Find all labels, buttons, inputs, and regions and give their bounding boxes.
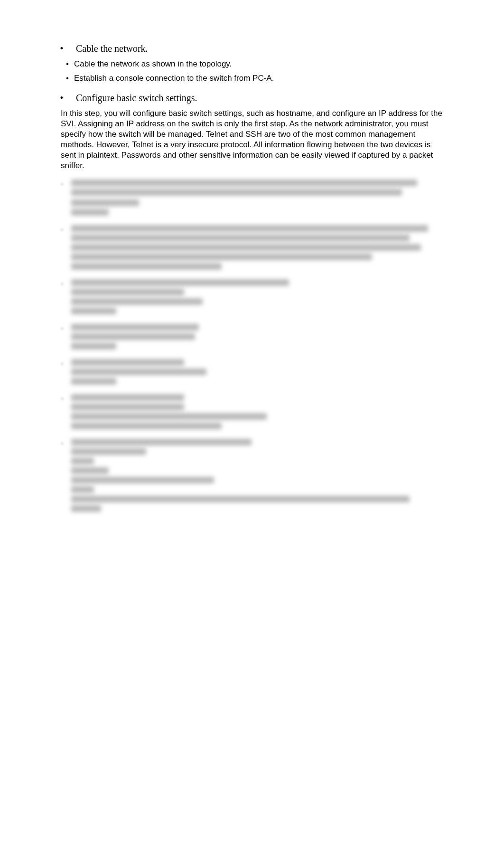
section-2-heading: Configure basic switch settings. (76, 92, 197, 104)
blurred-item: • (61, 324, 447, 352)
document-page: • Cable the network. • Cable the network… (0, 0, 504, 711)
blurred-item: • (61, 225, 447, 273)
section-1-heading: Cable the network. (76, 43, 148, 54)
section-2-paragraph: In this step, you will configure basic s… (61, 108, 447, 171)
bullet-icon: • (47, 43, 76, 54)
subitem-text: Establish a console connection to the sw… (74, 73, 274, 84)
blurred-item: • (61, 394, 447, 432)
list-item: • Establish a console connection to the … (61, 73, 447, 84)
blurred-item: • (61, 359, 447, 387)
blurred-item: • (61, 439, 447, 515)
bullet-icon: • (61, 359, 71, 369)
section-heading-row: • Cable the network. (47, 43, 447, 54)
bullet-icon: • (61, 279, 71, 289)
bullet-icon: • (61, 225, 71, 235)
bullet-icon: • (61, 180, 71, 189)
blurred-item: • (61, 180, 447, 218)
bullet-icon: • (61, 324, 71, 333)
bullet-icon: • (61, 59, 74, 69)
bullet-icon: • (47, 92, 76, 104)
subitem-text: Cable the network as shown in the topolo… (74, 59, 232, 69)
blurred-item: • (61, 279, 447, 317)
bullet-icon: • (61, 394, 71, 404)
bullet-icon: • (61, 439, 71, 448)
list-item: • Cable the network as shown in the topo… (61, 59, 447, 69)
bullet-icon: • (61, 73, 74, 84)
blurred-content: • • • (61, 180, 447, 515)
section-heading-row: • Configure basic switch settings. (47, 92, 447, 104)
section-1-sublist: • Cable the network as shown in the topo… (61, 59, 447, 84)
